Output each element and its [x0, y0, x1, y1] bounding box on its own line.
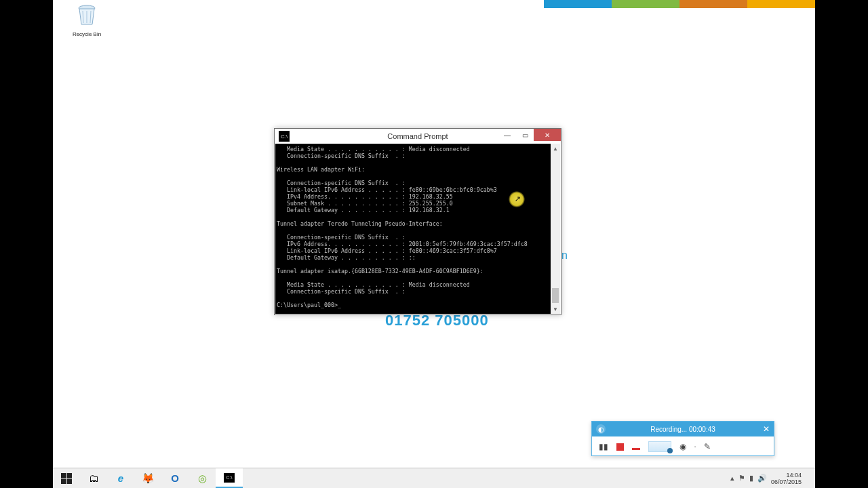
strip-yellow	[747, 0, 815, 8]
action-center-icon[interactable]: ⚑	[738, 474, 745, 483]
scroll-track[interactable]	[551, 153, 560, 304]
cmd-output[interactable]: Media State . . . . . . . . . . . : Medi…	[275, 144, 551, 314]
folder-icon: 🗂	[89, 472, 99, 484]
cmd-icon: C:\	[224, 473, 235, 483]
strip-orange	[679, 0, 747, 8]
taskbar-cmd[interactable]: C:\	[216, 468, 243, 488]
recycle-bin-label: Recycle Bin	[68, 31, 106, 37]
ie-icon: e	[118, 472, 123, 484]
cmd-scrollbar[interactable]: ▲ ▼	[551, 144, 560, 314]
webcam-button[interactable]: ◉	[679, 442, 686, 451]
strip-blue	[544, 0, 612, 8]
clock-time: 14:04	[771, 472, 802, 479]
volume-icon[interactable]: 🔊	[757, 474, 767, 483]
options-button[interactable]: •	[694, 445, 696, 449]
wallpaper-text-tail: n	[561, 249, 568, 262]
taskbar-firefox[interactable]: 🦊	[134, 468, 161, 488]
desktop[interactable]: Recycle Bin 01752 705000 n C:\ Command P…	[53, 0, 815, 488]
scroll-down-button[interactable]: ▼	[551, 304, 560, 314]
taskbar[interactable]: 🗂 e 🦊 O ◎ C:\ ▴ ⚑ ▮ 🔊 14:04 06/07/2015	[53, 468, 815, 488]
command-prompt-window[interactable]: C:\ Command Prompt — ▭ ✕ Media State . .…	[274, 128, 561, 315]
screen-recorder-toolbar[interactable]: ◐ Recording... 00:00:43 ✕ ▮▮ ◉ • ✎	[591, 421, 774, 456]
scroll-up-button[interactable]: ▲	[551, 144, 560, 153]
stop-button[interactable]	[616, 443, 624, 451]
audio-meter-icon	[648, 441, 671, 452]
taskbar-ie[interactable]: e	[107, 468, 134, 488]
tray-overflow-button[interactable]: ▴	[730, 474, 734, 483]
start-button[interactable]	[53, 468, 80, 488]
recycle-bin-icon	[76, 4, 98, 27]
taskbar-outlook[interactable]: O	[161, 468, 189, 488]
marker-button[interactable]	[632, 448, 640, 450]
windows-logo-icon	[61, 473, 72, 484]
firefox-icon: 🦊	[142, 472, 155, 485]
maximize-button[interactable]: ▭	[516, 129, 534, 141]
clock-date: 06/07/2015	[771, 479, 802, 485]
draw-button[interactable]: ✎	[704, 442, 711, 451]
network-icon[interactable]: ▮	[749, 474, 753, 483]
cmd-app-icon: C:\	[279, 131, 290, 142]
close-button[interactable]: ✕	[534, 129, 561, 141]
recorder-title: Recording... 00:00:43	[592, 426, 774, 433]
strip-green	[612, 0, 679, 8]
pause-button[interactable]: ▮▮	[599, 442, 608, 451]
outlook-icon: O	[171, 472, 179, 484]
recorder-titlebar[interactable]: ◐ Recording... 00:00:43 ✕	[592, 422, 774, 436]
cmd-titlebar[interactable]: C:\ Command Prompt — ▭ ✕	[275, 129, 561, 144]
vmware-icon: ◎	[198, 472, 207, 485]
taskbar-explorer[interactable]: 🗂	[80, 468, 107, 488]
brand-color-strip	[544, 0, 815, 8]
minimize-button[interactable]: —	[498, 129, 516, 141]
taskbar-clock[interactable]: 14:04 06/07/2015	[771, 472, 802, 485]
system-tray[interactable]: ▴ ⚑ ▮ 🔊 14:04 06/07/2015	[730, 468, 815, 488]
taskbar-vmware[interactable]: ◎	[189, 468, 216, 488]
recycle-bin[interactable]: Recycle Bin	[68, 4, 106, 37]
scroll-thumb[interactable]	[552, 288, 559, 303]
